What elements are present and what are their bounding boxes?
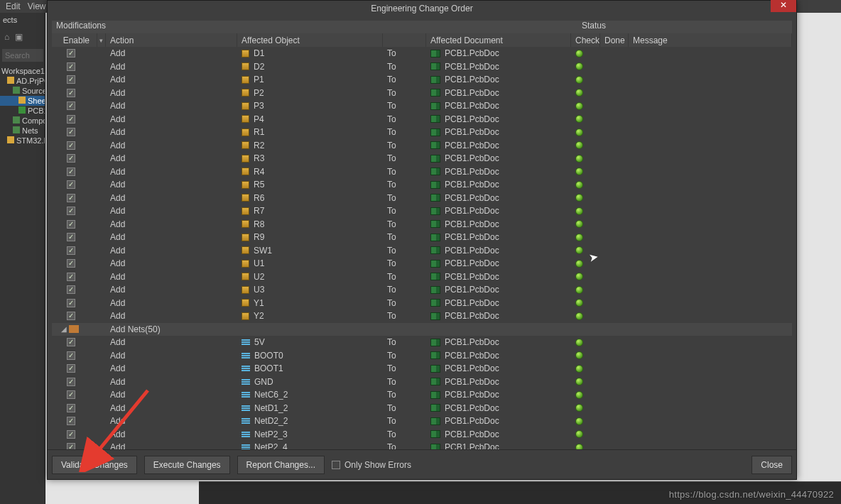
execute-changes-button[interactable]: Execute Changes [144,456,230,474]
enable-checkbox[interactable]: ✓ [67,154,75,163]
sheet-node[interactable]: Sheet [0,96,45,106]
enable-checkbox[interactable]: ✓ [67,62,75,71]
menu-view[interactable]: View [28,1,46,11]
col-sort[interactable]: ▾ [97,33,106,47]
enable-checkbox[interactable]: ✓ [67,128,75,136]
net-icon [242,379,250,385]
enable-checkbox[interactable]: ✓ [67,285,75,294]
col-message[interactable]: Message [629,33,792,47]
table-row[interactable]: ✓AddD1ToPCB1.PcbDoc [52,47,792,60]
enable-checkbox[interactable]: ✓ [67,246,75,255]
table-row[interactable]: ✓AddNetP2_4ToPCB1.PcbDoc [52,441,792,449]
table-row[interactable]: ✓AddR1ToPCB1.PcbDoc [52,126,792,139]
table-row[interactable]: ✓AddR3ToPCB1.PcbDoc [52,152,792,165]
search-input[interactable] [2,49,43,62]
table-row[interactable]: ✓AddGNDToPCB1.PcbDoc [52,376,792,389]
close-button[interactable]: Close [752,456,792,474]
table-row[interactable]: ✓AddP4ToPCB1.PcbDoc [52,113,792,126]
table-row[interactable]: ✓AddR6ToPCB1.PcbDoc [52,192,792,205]
object-cell: 5V [237,336,383,349]
open-icon[interactable]: ▣ [15,32,23,42]
table-row[interactable]: ✓AddNetD1_2ToPCB1.PcbDoc [52,402,792,415]
action-cell: Add [106,231,237,244]
group-row[interactable]: ◢Add Nets(50) [52,323,792,336]
project-node[interactable]: AD.PrjPCB [0,76,45,86]
enable-checkbox[interactable]: ✓ [67,89,75,97]
action-cell: Add [106,73,237,87]
pcb-node[interactable]: PCB1. [0,106,45,116]
components-node[interactable]: Compon [0,116,45,126]
col-check[interactable]: Check [571,33,600,47]
close-icon[interactable]: ✕ [771,0,796,12]
enable-checkbox[interactable]: ✓ [67,49,75,57]
project2-node[interactable]: STM32.Prj [0,136,45,146]
enable-checkbox[interactable]: ✓ [67,404,75,412]
enable-checkbox[interactable]: ✓ [67,180,75,189]
enable-checkbox[interactable]: ✓ [67,102,75,110]
col-affected-object[interactable]: Affected Object [237,33,383,47]
component-icon [242,246,249,254]
col-enable[interactable]: Enable [52,33,97,47]
enable-checkbox[interactable]: ✓ [67,273,75,281]
table-row[interactable]: ✓AddNetD2_2ToPCB1.PcbDoc [52,415,792,428]
enable-checkbox[interactable]: ✓ [67,364,75,373]
enable-checkbox[interactable]: ✓ [67,141,75,150]
enable-checkbox[interactable]: ✓ [67,443,75,449]
table-row[interactable]: ✓AddU3ToPCB1.PcbDoc [52,283,792,297]
menu-edit[interactable]: Edit [6,1,21,11]
table-row[interactable]: ✓AddP1ToPCB1.PcbDoc [52,73,792,87]
enable-checkbox[interactable]: ✓ [67,259,75,268]
enable-checkbox[interactable]: ✓ [67,194,75,202]
table-row[interactable]: ✓AddNetC6_2ToPCB1.PcbDoc [52,388,792,402]
enable-checkbox[interactable]: ✓ [67,207,75,215]
table-row[interactable]: ✓AddR8ToPCB1.PcbDoc [52,218,792,231]
component-icon [242,194,249,202]
enable-checkbox[interactable]: ✓ [67,378,75,386]
col-action[interactable]: Action [106,33,237,47]
col-affected-document[interactable]: Affected Document [426,33,571,47]
enable-checkbox[interactable]: ✓ [67,338,75,346]
validate-changes-button[interactable]: Validate Changes [52,456,137,474]
enable-checkbox[interactable]: ✓ [67,417,75,425]
report-changes-button[interactable]: Report Changes... [237,456,325,474]
to-cell: To [383,218,426,231]
enable-checkbox[interactable]: ✓ [67,299,75,307]
enable-checkbox[interactable]: ✓ [67,75,75,84]
enable-checkbox[interactable]: ✓ [67,351,75,360]
table-row[interactable]: ✓AddR9ToPCB1.PcbDoc [52,231,792,244]
table-row[interactable]: ✓AddP3ToPCB1.PcbDoc [52,99,792,113]
check-ok-icon [575,50,583,57]
collapse-icon[interactable]: ◢ [60,325,67,333]
source-node[interactable]: Source D [0,86,45,96]
table-row[interactable]: ✓AddU1ToPCB1.PcbDoc [52,257,792,270]
table-row[interactable]: ✓AddBOOT0ToPCB1.PcbDoc [52,349,792,363]
table-row[interactable]: ✓AddSW1ToPCB1.PcbDoc [52,244,792,258]
table-row[interactable]: ✓AddP2ToPCB1.PcbDoc [52,87,792,100]
workspace-node[interactable]: Workspace1 [0,66,45,76]
table-row[interactable]: ✓AddR5ToPCB1.PcbDoc [52,178,792,192]
table-row[interactable]: ✓AddR7ToPCB1.PcbDoc [52,204,792,218]
rows-scroll[interactable]: ✓AddD1ToPCB1.PcbDoc✓AddD2ToPCB1.PcbDoc✓A… [52,47,792,449]
enable-checkbox[interactable]: ✓ [67,115,75,124]
only-show-errors-checkbox[interactable]: Only Show Errors [332,460,411,470]
enable-checkbox[interactable]: ✓ [67,430,75,439]
table-row[interactable]: ✓AddBOOT1ToPCB1.PcbDoc [52,362,792,376]
folder-icon[interactable]: ⌂ [4,32,9,42]
table-row[interactable]: ✓AddR2ToPCB1.PcbDoc [52,139,792,153]
enable-checkbox[interactable]: ✓ [67,168,75,176]
nets-node[interactable]: Nets [0,126,45,136]
table-row[interactable]: ✓Add5VToPCB1.PcbDoc [52,336,792,349]
enable-checkbox[interactable]: ✓ [67,233,75,241]
enable-checkbox[interactable]: ✓ [67,312,75,320]
enable-checkbox[interactable]: ✓ [67,220,75,229]
table-row[interactable]: ✓AddD2ToPCB1.PcbDoc [52,60,792,74]
table-row[interactable]: ✓AddU2ToPCB1.PcbDoc [52,270,792,284]
table-row[interactable]: ✓AddR4ToPCB1.PcbDoc [52,165,792,179]
table-row[interactable]: ✓AddY1ToPCB1.PcbDoc [52,297,792,310]
enable-checkbox[interactable]: ✓ [67,390,75,399]
table-row[interactable]: ✓AddY2ToPCB1.PcbDoc [52,309,792,323]
table-row[interactable]: ✓AddNetP2_3ToPCB1.PcbDoc [52,428,792,442]
object-cell: NetD1_2 [237,402,383,415]
col-done[interactable]: Done [600,33,629,47]
pcbdoc-icon [430,365,440,373]
